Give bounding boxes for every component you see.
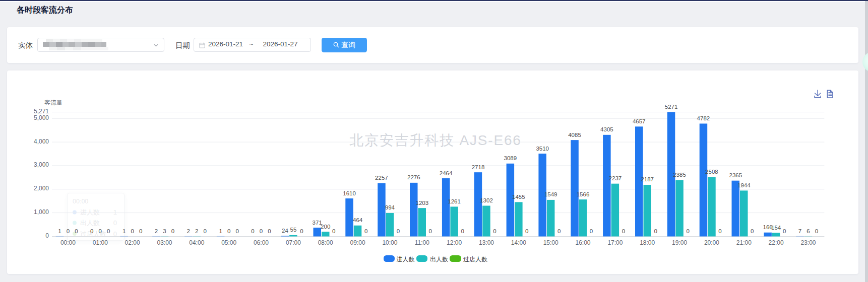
svg-text:1,000: 1,000 — [34, 208, 49, 216]
svg-text:1261: 1261 — [448, 198, 461, 204]
svg-text:0: 0 — [525, 228, 528, 234]
svg-text:0: 0 — [107, 228, 110, 234]
svg-text:0: 0 — [654, 228, 657, 234]
svg-text:10:00: 10:00 — [382, 239, 397, 246]
svg-text:3: 3 — [163, 228, 166, 234]
svg-text:0: 0 — [461, 228, 464, 234]
svg-text:4657: 4657 — [633, 118, 646, 124]
svg-text:0: 0 — [718, 228, 721, 234]
svg-text:19:00: 19:00 — [672, 239, 687, 246]
svg-text:200: 200 — [321, 224, 330, 230]
svg-text:0: 0 — [67, 228, 70, 234]
svg-text:2385: 2385 — [673, 172, 686, 178]
svg-text:05:00: 05:00 — [221, 239, 236, 246]
svg-text:0: 0 — [99, 228, 102, 234]
svg-text:0: 0 — [815, 228, 818, 234]
svg-text:12:00: 12:00 — [447, 239, 462, 246]
svg-text:0: 0 — [90, 228, 93, 234]
svg-text:0: 0 — [397, 228, 400, 234]
svg-text:02:00: 02:00 — [125, 239, 140, 246]
svg-text:0: 0 — [75, 228, 78, 234]
svg-text:0: 0 — [131, 228, 134, 234]
svg-text:13:00: 13:00 — [479, 239, 494, 246]
svg-text:4,000: 4,000 — [34, 138, 49, 145]
svg-text:24: 24 — [282, 228, 288, 234]
svg-text:5,000: 5,000 — [34, 114, 49, 121]
svg-text:2508: 2508 — [705, 169, 718, 175]
svg-text:16:00: 16:00 — [575, 239, 590, 246]
svg-text:23:00: 23:00 — [800, 239, 816, 246]
svg-text:03:00: 03:00 — [157, 239, 172, 246]
svg-text:7: 7 — [798, 228, 801, 234]
svg-text:3,000: 3,000 — [34, 161, 49, 168]
svg-text:2,000: 2,000 — [34, 185, 49, 192]
svg-text:5,271: 5,271 — [34, 108, 49, 115]
svg-text:1610: 1610 — [343, 190, 356, 196]
svg-text:2: 2 — [187, 228, 190, 234]
svg-text:55: 55 — [290, 227, 297, 233]
svg-text:154: 154 — [771, 225, 781, 231]
svg-text:0: 0 — [300, 228, 303, 234]
svg-text:1302: 1302 — [480, 197, 493, 203]
svg-text:1455: 1455 — [512, 194, 525, 200]
svg-text:1: 1 — [58, 228, 61, 234]
svg-text:3089: 3089 — [504, 155, 517, 161]
svg-text:0: 0 — [751, 228, 754, 234]
svg-text:2: 2 — [195, 228, 198, 234]
svg-text:0: 0 — [364, 228, 367, 234]
svg-text:4305: 4305 — [600, 126, 613, 132]
svg-text:01:00: 01:00 — [93, 239, 108, 246]
svg-text:994: 994 — [385, 204, 395, 210]
svg-text:0: 0 — [622, 228, 625, 234]
svg-text:5271: 5271 — [665, 104, 678, 110]
svg-text:2276: 2276 — [407, 174, 420, 180]
svg-text:0: 0 — [204, 228, 207, 234]
svg-text:2464: 2464 — [440, 170, 453, 176]
svg-text:18:00: 18:00 — [640, 239, 655, 246]
svg-text:3510: 3510 — [536, 146, 549, 152]
svg-text:客流量: 客流量 — [44, 99, 63, 106]
svg-text:21:00: 21:00 — [736, 239, 752, 246]
svg-text:20:00: 20:00 — [704, 239, 719, 246]
svg-text:00:00: 00:00 — [60, 239, 76, 246]
svg-text:0: 0 — [251, 228, 254, 234]
svg-text:2: 2 — [155, 228, 158, 234]
svg-text:北京安吉升科技 AJS-E66: 北京安吉升科技 AJS-E66 — [349, 132, 521, 148]
svg-text:17:00: 17:00 — [607, 239, 623, 246]
svg-text:2365: 2365 — [729, 172, 742, 178]
svg-text:0: 0 — [235, 228, 238, 234]
svg-text:464: 464 — [353, 217, 363, 223]
svg-text:0: 0 — [268, 228, 271, 234]
svg-text:07:00: 07:00 — [286, 239, 301, 246]
svg-text:0: 0 — [332, 228, 335, 234]
svg-text:0: 0 — [557, 228, 561, 234]
svg-text:11:00: 11:00 — [415, 239, 429, 246]
svg-text:0: 0 — [171, 228, 174, 234]
svg-text:0: 0 — [139, 228, 142, 234]
svg-text:1203: 1203 — [416, 200, 429, 206]
svg-text:0: 0 — [783, 228, 786, 234]
svg-text:0: 0 — [227, 228, 230, 234]
svg-text:2718: 2718 — [472, 164, 485, 170]
svg-text:2187: 2187 — [641, 176, 654, 182]
svg-text:1: 1 — [219, 228, 222, 234]
svg-text:2237: 2237 — [609, 175, 622, 181]
svg-text:1549: 1549 — [544, 191, 557, 197]
svg-text:1944: 1944 — [737, 182, 751, 188]
svg-text:0: 0 — [590, 228, 593, 234]
svg-text:0: 0 — [260, 228, 263, 234]
svg-text:06:00: 06:00 — [254, 239, 269, 246]
svg-text:08:00: 08:00 — [318, 239, 333, 246]
svg-text:2257: 2257 — [375, 175, 388, 181]
svg-text:4085: 4085 — [568, 132, 581, 138]
svg-text:0: 0 — [493, 228, 496, 234]
svg-text:22:00: 22:00 — [769, 239, 784, 246]
svg-text:0: 0 — [429, 228, 432, 234]
svg-text:6: 6 — [807, 228, 810, 234]
svg-text:14:00: 14:00 — [511, 239, 526, 246]
svg-text:0: 0 — [45, 232, 49, 239]
svg-text:15:00: 15:00 — [543, 239, 559, 246]
svg-text:1: 1 — [122, 228, 126, 234]
svg-text:0: 0 — [686, 228, 689, 234]
svg-text:1566: 1566 — [577, 191, 590, 197]
